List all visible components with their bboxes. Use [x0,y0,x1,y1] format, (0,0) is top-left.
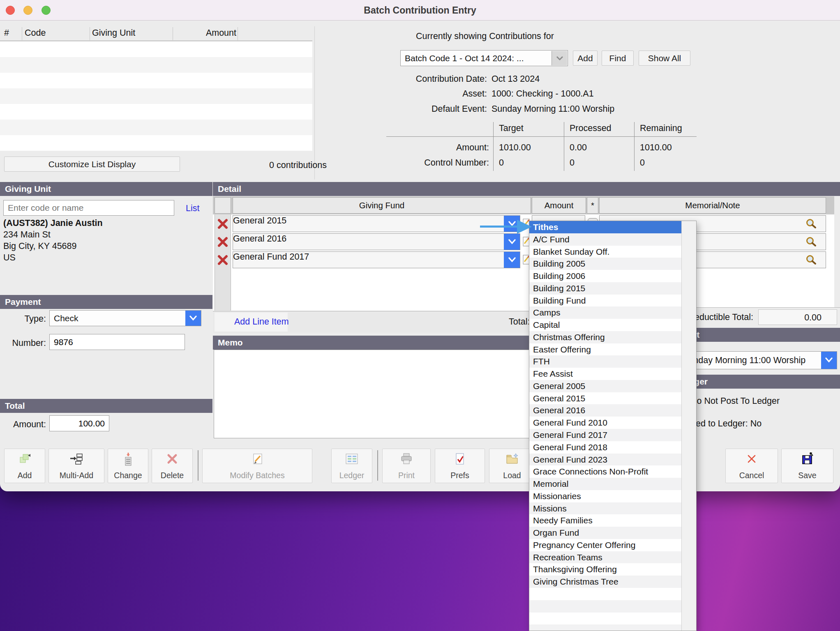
toolbar-multi-add-button[interactable]: Multi-Add [48,449,104,483]
delete-row-button[interactable] [215,233,231,250]
toolbar-prefs-button[interactable]: Prefs [435,449,485,483]
fund-option-grace-connections-non-profit[interactable]: Grace Connections Non-Profit [529,465,681,478]
default-event-label: Default Event: [370,104,487,114]
add-icon [18,452,32,465]
fund-option-general-2015[interactable]: General 2015 [529,392,681,405]
contribution-list-body[interactable] [0,41,312,151]
fund-option-general-fund-2017[interactable]: General Fund 2017 [529,429,681,441]
deductible-total-value: 0.00 [758,309,837,325]
print-icon [399,452,413,465]
fund-option-general-fund-2023[interactable]: General Fund 2023 [529,454,681,466]
fund-chevron-button[interactable] [504,234,520,250]
fund-option-general-2005[interactable]: General 2005 [529,380,681,392]
totals-col-processed: Processed [570,123,612,134]
fund-option-giving-christmas-tree[interactable]: Giving Christmas Tree [529,576,681,588]
fund-option-needy-families[interactable]: Needy Families [529,514,681,527]
fund-option-recreation-teams[interactable]: Recreation Teams [529,551,681,564]
fund-option-general-2016[interactable]: General 2016 [529,404,681,417]
fund-option-capital[interactable]: Capital [529,319,681,331]
fund-option-thanksgiving-offering[interactable]: Thanksgiving Offering [529,563,681,576]
detail-col-amount: Amount [532,197,586,214]
payment-type-chevron-button[interactable] [185,311,201,326]
do-not-post-label: Do Not Post To Ledger [690,396,780,406]
event-chevron-button[interactable] [821,352,837,369]
toolbar-load-button[interactable]: Load [489,449,535,483]
fund-option-building-fund[interactable]: Building Fund [529,295,681,307]
fund-option-fth[interactable]: FTH [529,355,681,368]
modify-batches-icon [250,452,264,465]
fund-option-camps[interactable]: Camps [529,306,681,319]
batch-find-button[interactable]: Find [602,51,634,66]
fund-option-building-2015[interactable]: Building 2015 [529,282,681,295]
annotation-arrow-shaft [480,226,518,228]
fund-chevron-button[interactable] [504,252,520,268]
giving-unit-list-link[interactable]: List [186,203,199,214]
multi-add-icon [69,452,84,465]
toolbar-save-button[interactable]: Save [781,449,833,483]
fund-option-organ-fund[interactable]: Organ Fund [529,527,681,539]
toolbar-add-button[interactable]: Add [4,449,45,483]
target-amount: 1010.00 [499,143,531,153]
toolbar-print-button[interactable]: Print [382,449,431,483]
batch-select-value: Batch Code 1 - Oct 14 2024: ... [405,51,550,66]
fund-option-memorial[interactable]: Memorial [529,478,681,490]
col-amount: Amount [173,28,236,38]
fund-option-missionaries[interactable]: Missionaries [529,490,681,502]
event-select[interactable]: Sunday Morning 11:00 Worship [679,351,837,369]
fund-option-a-c-fund[interactable]: A/C Fund [529,233,681,246]
fund-option-missions[interactable]: Missions [529,502,681,515]
fund-option-pregnancy-center-offering[interactable]: Pregnancy Center Offering [529,539,681,551]
fund-option-blanket-sunday-off-[interactable]: Blanket Sunday Off. [529,246,681,258]
header-divider [238,27,238,40]
fund-option-building-2005[interactable]: Building 2005 [529,258,681,270]
fund-option-building-2006[interactable]: Building 2006 [529,270,681,282]
contribution-count: 0 contributions [230,160,366,170]
fund-option-general-fund-2010[interactable]: General Fund 2010 [529,417,681,429]
batch-add-button[interactable]: Add [573,51,598,66]
batch-show-all-button[interactable]: Show All [639,51,690,66]
toolbar-delete-button[interactable]: Delete [152,449,193,483]
payment-type-label: Type: [0,314,46,324]
delete-row-button[interactable] [215,251,231,268]
panel-divider [314,26,315,180]
totals-amount-label: Amount: [386,143,489,153]
toolbar-change-button[interactable]: Change [108,449,148,483]
fund-option-easter-offering[interactable]: Easter Offering [529,343,681,356]
fund-option-fee-assist[interactable]: Fee Assist [529,368,681,380]
header-divider [22,27,22,40]
total-amount-input[interactable] [49,415,109,431]
memorial-search-icon[interactable] [804,236,817,249]
memorial-search-icon[interactable] [804,254,817,267]
default-event-value: Sunday Morning 11:00 Worship [492,104,614,114]
chevron-down-icon [189,316,197,321]
payment-type-select[interactable]: Check [49,310,201,326]
detail-col-delete [215,197,231,214]
batch-select-chevron-button[interactable] [552,51,567,65]
ledger-icon [344,452,359,465]
toolbar-cancel-button[interactable]: Cancel [725,449,778,483]
fund-select-row[interactable]: General 2015 [233,215,520,232]
memorial-search-icon[interactable] [804,218,817,231]
giving-unit-search-input[interactable] [3,200,174,216]
delete-icon [166,452,179,465]
total-amount-label: Amount: [0,419,46,430]
fund-select-row[interactable]: General Fund 2017 [233,251,520,268]
fund-dropdown-scrollbar[interactable] [681,221,696,631]
payment-number-input[interactable] [49,334,185,350]
fund-select-row[interactable]: General 2016 [233,233,520,250]
toolbar-ledger-button[interactable]: Ledger [331,449,372,483]
chevron-down-icon [508,257,516,263]
toolbar-divider [377,450,378,481]
payment-number-label: Number: [0,338,46,348]
toolbar-modify-batches-button[interactable]: Modify Batches [202,449,312,483]
fund-option-tithes[interactable]: Tithes [529,221,681,233]
add-line-item-link[interactable]: Add Line Item [234,317,289,327]
fund-option-christmas-offering[interactable]: Christmas Offering [529,331,681,343]
customize-list-display-button[interactable]: Customize List Display [4,157,180,172]
batch-select[interactable]: Batch Code 1 - Oct 14 2024: ... [400,50,568,66]
currently-showing-heading: Currently showing Contributions for [370,31,600,41]
load-icon [505,452,519,465]
fund-value: General 2016 [233,234,520,244]
fund-option-general-fund-2018[interactable]: General Fund 2018 [529,441,681,454]
delete-row-button[interactable] [215,215,231,232]
